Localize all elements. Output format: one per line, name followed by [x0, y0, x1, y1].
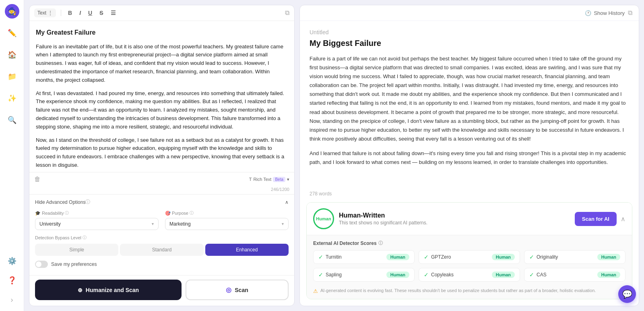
sidebar-item-folder[interactable]: 📁 — [5, 69, 19, 84]
detector-result-gptzero: Human — [492, 254, 515, 260]
text-type-selector[interactable]: Text ⋮ — [34, 8, 56, 17]
detector-name-gptzero: GPTZero — [431, 254, 451, 260]
rich-text-icon: T — [249, 177, 252, 182]
doc-para-1: Failure is a part of life we can not avo… — [310, 54, 629, 143]
readability-select[interactable]: University Elementary Middle School High… — [35, 218, 159, 230]
editor-para-1: Failure is an inevitable part of life, b… — [36, 43, 288, 85]
sidebar-item-help[interactable]: ❓ — [5, 273, 19, 288]
result-header: Human Human-Written This text shows no s… — [307, 203, 632, 235]
humanize-scan-button[interactable]: ⊕ Humanize and Scan — [35, 280, 182, 300]
doc-body: Failure is a part of life we can not avo… — [310, 54, 629, 167]
detector-item-cas: ✓ CAS Human — [524, 268, 625, 282]
detector-name-originality: Originality — [537, 254, 558, 260]
readability-info-icon: ⓘ — [65, 210, 69, 216]
check-icon: ✓ — [318, 272, 323, 278]
strikethrough-button[interactable]: S — [97, 9, 105, 17]
editor-para-3: Now, as I stand on the threshold of coll… — [36, 136, 288, 170]
purpose-group: 🎯 Purpose ⓘ Marketing Essay Story Articl… — [165, 210, 289, 230]
detector-result-copyleaks: Human — [492, 272, 515, 278]
left-panel: Text ⋮ B I U S ☰ ⧉ My Greatest Failure F… — [29, 5, 295, 306]
scan-button[interactable]: ◎ Scan — [186, 280, 289, 300]
sidebar-item-magic[interactable]: ✨ — [5, 91, 19, 106]
detector-item-gptzero: ✓ GPTZero Human — [419, 250, 520, 264]
text-type-label: Text — [37, 10, 46, 16]
detector-name-sapling: Sapling — [326, 272, 342, 278]
bypass-section: Detection Bypass Level ⓘ Simple Standard… — [35, 235, 289, 256]
purpose-info-icon: ⓘ — [190, 210, 194, 216]
sidebar-item-expand[interactable]: › — [5, 292, 19, 307]
detector-scores: External AI Detector Scores ⓘ ✓ Turnitin… — [307, 235, 632, 285]
show-history-button[interactable]: 🕐 Show History — [585, 10, 625, 16]
disclaimer-text: AI-generated content is evolving fast. T… — [320, 288, 596, 293]
sidebar-item-edit[interactable]: ✏️ — [5, 26, 19, 40]
detector-name-copyleaks: Copyleaks — [431, 272, 454, 278]
copy-button[interactable]: ⧉ — [285, 9, 289, 17]
history-icon: 🕐 — [585, 10, 591, 16]
toolbar-separator — [61, 10, 61, 16]
doc-title: My Biggest Failure — [310, 39, 629, 48]
collapse-icon[interactable]: ∧ — [621, 215, 625, 223]
result-text: Human-Written This text shows no signifi… — [339, 212, 427, 226]
editor-area[interactable]: My Greatest Failure Failure is an inevit… — [29, 21, 294, 172]
scan-for-ai-button[interactable]: Scan for AI — [575, 212, 617, 226]
chevron-down-icon[interactable]: ▾ — [287, 177, 289, 182]
bypass-standard-button[interactable]: Standard — [120, 244, 203, 256]
list-button[interactable]: ☰ — [109, 9, 118, 17]
advanced-options-toggle[interactable]: Hide Advanced Options ⓘ ∧ — [35, 199, 289, 205]
italic-button[interactable]: I — [77, 9, 83, 17]
status-desc: This text shows no significant AI patter… — [339, 220, 427, 226]
result-panel: Human Human-Written This text shows no s… — [306, 202, 632, 299]
save-preferences-toggle[interactable] — [35, 261, 48, 268]
check-icon: ✓ — [424, 254, 429, 260]
check-icon: ✓ — [529, 254, 534, 260]
detector-item-originality: ✓ Originality Human — [524, 250, 625, 264]
copy-right-button[interactable]: ⧉ — [628, 9, 632, 17]
underline-button[interactable]: U — [86, 9, 94, 17]
doc-para-2: And I learned that failure is not about … — [310, 149, 629, 167]
cap-icon: 🎓 — [35, 211, 41, 216]
delete-button[interactable]: 🗑 — [34, 176, 41, 183]
editor-toolbar: Text ⋮ B I U S ☰ ⧉ — [29, 5, 294, 21]
save-preferences-label: Save my preferences — [51, 261, 97, 267]
check-icon: ✓ — [424, 272, 429, 278]
disclaimer: ⚠ AI-generated content is evolving fast.… — [307, 285, 632, 299]
readability-label: 🎓 Readability ⓘ — [35, 210, 159, 216]
purpose-select[interactable]: Marketing Essay Story Article Blog — [165, 218, 289, 230]
advanced-options: Hide Advanced Options ⓘ ∧ 🎓 Readability … — [29, 194, 294, 275]
humanize-icon: ⊕ — [78, 287, 83, 293]
bypass-label: Detection Bypass Level ⓘ — [35, 235, 289, 241]
rich-text-label: Rich Text — [253, 177, 271, 182]
chevron-up-icon[interactable]: ∧ — [285, 199, 289, 205]
sidebar-item-search[interactable]: 🔍 — [5, 113, 19, 127]
scan-label: Scan — [235, 287, 248, 293]
char-count: 246/1200 — [29, 186, 294, 194]
sidebar-bottom: ⚙️ ❓ › — [5, 254, 19, 307]
chat-bubble-button[interactable]: 💬 — [618, 285, 636, 303]
scan-icon: ◎ — [226, 286, 231, 294]
avatar[interactable]: 🧙 — [5, 4, 19, 19]
beta-badge: Beta — [273, 177, 285, 182]
bypass-simple-button[interactable]: Simple — [35, 244, 118, 256]
readability-select-wrapper: University Elementary Middle School High… — [35, 218, 159, 230]
editor-para-2: At first, I was devastated. I had poured… — [36, 89, 288, 131]
bypass-buttons: Simple Standard Enhanced — [35, 244, 289, 256]
scores-info-icon: ⓘ — [378, 240, 383, 246]
bypass-enhanced-button[interactable]: Enhanced — [205, 244, 289, 256]
humanize-scan-label: Humanize and Scan — [86, 287, 139, 293]
human-badge: Human — [313, 208, 334, 229]
readability-group: 🎓 Readability ⓘ University Elementary Mi… — [35, 210, 159, 230]
result-left: Human Human-Written This text shows no s… — [313, 208, 427, 229]
detector-item-copyleaks: ✓ Copyleaks Human — [419, 268, 520, 282]
sidebar-item-home[interactable]: 🏠 — [5, 48, 19, 62]
detector-result-cas: Human — [597, 272, 620, 278]
detector-name-turnitin: Turnitin — [326, 254, 342, 260]
sidebar-item-settings[interactable]: ⚙️ — [5, 254, 19, 268]
sidebar: 🧙 ✏️ 🏠 📁 ✨ 🔍 ⚙️ ❓ › — [0, 0, 24, 311]
purpose-select-wrapper: Marketing Essay Story Article Blog — [165, 218, 289, 230]
detector-result-originality: Human — [597, 254, 620, 260]
purpose-label: 🎯 Purpose ⓘ — [165, 210, 289, 216]
detector-scores-title: External AI Detector Scores ⓘ — [313, 240, 625, 246]
bypass-info-icon: ⓘ — [83, 235, 87, 241]
bold-button[interactable]: B — [66, 9, 74, 17]
warning-icon: ⚠ — [313, 288, 318, 294]
